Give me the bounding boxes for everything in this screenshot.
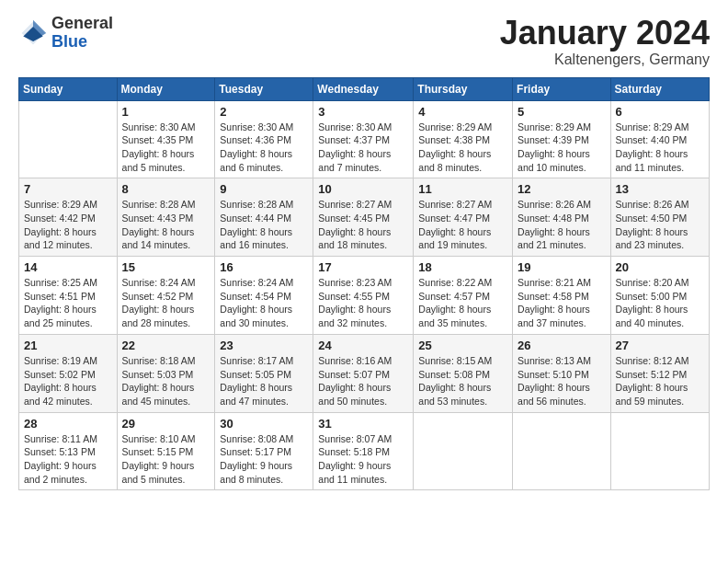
calendar-cell: 4Sunrise: 8:29 AMSunset: 4:38 PMDaylight… bbox=[414, 100, 513, 178]
day-number: 2 bbox=[220, 105, 308, 119]
day-info: Sunrise: 8:26 AMSunset: 4:50 PMDaylight:… bbox=[616, 198, 704, 252]
week-row-3: 14Sunrise: 8:25 AMSunset: 4:51 PMDayligh… bbox=[19, 257, 710, 335]
calendar-cell: 28Sunrise: 8:11 AMSunset: 5:13 PMDayligh… bbox=[19, 412, 118, 490]
day-info: Sunrise: 8:27 AMSunset: 4:45 PMDaylight:… bbox=[318, 198, 408, 252]
calendar-cell: 31Sunrise: 8:07 AMSunset: 5:18 PMDayligh… bbox=[313, 412, 414, 490]
calendar-cell bbox=[513, 412, 611, 490]
day-info: Sunrise: 8:15 AMSunset: 5:08 PMDaylight:… bbox=[418, 354, 507, 408]
day-number: 29 bbox=[122, 417, 210, 431]
calendar-cell bbox=[19, 100, 118, 178]
day-info: Sunrise: 8:22 AMSunset: 4:57 PMDaylight:… bbox=[418, 276, 507, 330]
logo-text: General Blue bbox=[51, 15, 113, 52]
day-info: Sunrise: 8:18 AMSunset: 5:03 PMDaylight:… bbox=[122, 354, 210, 408]
calendar-cell: 23Sunrise: 8:17 AMSunset: 5:05 PMDayligh… bbox=[215, 334, 313, 412]
day-info: Sunrise: 8:08 AMSunset: 5:17 PMDaylight:… bbox=[220, 432, 308, 487]
day-info: Sunrise: 8:30 AMSunset: 4:35 PMDaylight:… bbox=[122, 121, 210, 175]
calendar-cell: 11Sunrise: 8:27 AMSunset: 4:47 PMDayligh… bbox=[414, 178, 513, 257]
calendar-cell bbox=[414, 412, 513, 490]
day-number: 13 bbox=[616, 182, 704, 196]
calendar-table: SundayMondayTuesdayWednesdayThursdayFrid… bbox=[18, 77, 710, 491]
day-number: 10 bbox=[318, 182, 408, 196]
day-number: 19 bbox=[518, 260, 606, 274]
day-info: Sunrise: 8:17 AMSunset: 5:05 PMDaylight:… bbox=[220, 354, 308, 408]
week-row-5: 28Sunrise: 8:11 AMSunset: 5:13 PMDayligh… bbox=[19, 412, 710, 490]
calendar-cell: 27Sunrise: 8:12 AMSunset: 5:12 PMDayligh… bbox=[610, 334, 709, 412]
day-info: Sunrise: 8:24 AMSunset: 4:52 PMDaylight:… bbox=[122, 276, 210, 330]
calendar-cell: 21Sunrise: 8:19 AMSunset: 5:02 PMDayligh… bbox=[19, 334, 118, 412]
day-number: 4 bbox=[418, 105, 507, 119]
calendar-cell: 6Sunrise: 8:29 AMSunset: 4:40 PMDaylight… bbox=[610, 100, 709, 178]
day-number: 1 bbox=[122, 105, 210, 119]
calendar-cell: 7Sunrise: 8:29 AMSunset: 4:42 PMDaylight… bbox=[19, 178, 118, 257]
day-number: 30 bbox=[220, 417, 308, 431]
day-number: 9 bbox=[220, 182, 308, 196]
logo-blue: Blue bbox=[51, 32, 87, 51]
day-number: 15 bbox=[122, 260, 210, 274]
calendar-cell: 24Sunrise: 8:16 AMSunset: 5:07 PMDayligh… bbox=[313, 334, 414, 412]
month-title: January 2024 bbox=[500, 15, 710, 52]
col-header-tuesday: Tuesday bbox=[215, 77, 313, 100]
day-info: Sunrise: 8:23 AMSunset: 4:55 PMDaylight:… bbox=[318, 276, 408, 330]
calendar-cell: 1Sunrise: 8:30 AMSunset: 4:35 PMDaylight… bbox=[117, 100, 215, 178]
calendar-cell: 29Sunrise: 8:10 AMSunset: 5:15 PMDayligh… bbox=[117, 412, 215, 490]
day-info: Sunrise: 8:26 AMSunset: 4:48 PMDaylight:… bbox=[518, 198, 606, 252]
day-number: 8 bbox=[122, 182, 210, 196]
col-header-thursday: Thursday bbox=[414, 77, 513, 100]
day-number: 31 bbox=[318, 417, 408, 431]
day-number: 25 bbox=[418, 339, 507, 352]
day-info: Sunrise: 8:29 AMSunset: 4:40 PMDaylight:… bbox=[616, 121, 704, 175]
day-number: 12 bbox=[518, 182, 606, 196]
calendar-cell: 17Sunrise: 8:23 AMSunset: 4:55 PMDayligh… bbox=[313, 257, 414, 335]
header-row: SundayMondayTuesdayWednesdayThursdayFrid… bbox=[19, 77, 710, 100]
calendar-cell: 5Sunrise: 8:29 AMSunset: 4:39 PMDaylight… bbox=[513, 100, 611, 178]
calendar-cell: 26Sunrise: 8:13 AMSunset: 5:10 PMDayligh… bbox=[513, 334, 611, 412]
day-number: 28 bbox=[24, 417, 112, 431]
day-info: Sunrise: 8:29 AMSunset: 4:39 PMDaylight:… bbox=[518, 121, 606, 175]
day-number: 16 bbox=[220, 260, 308, 274]
col-header-wednesday: Wednesday bbox=[313, 77, 414, 100]
week-row-4: 21Sunrise: 8:19 AMSunset: 5:02 PMDayligh… bbox=[19, 334, 710, 412]
week-row-2: 7Sunrise: 8:29 AMSunset: 4:42 PMDaylight… bbox=[19, 178, 710, 257]
calendar-cell: 10Sunrise: 8:27 AMSunset: 4:45 PMDayligh… bbox=[313, 178, 414, 257]
day-info: Sunrise: 8:30 AMSunset: 4:36 PMDaylight:… bbox=[220, 121, 308, 175]
col-header-saturday: Saturday bbox=[610, 77, 709, 100]
logo-icon bbox=[18, 18, 48, 48]
title-block: January 2024 Kaltenengers, Germany bbox=[500, 15, 710, 68]
day-info: Sunrise: 8:21 AMSunset: 4:58 PMDaylight:… bbox=[518, 276, 606, 330]
day-info: Sunrise: 8:10 AMSunset: 5:15 PMDaylight:… bbox=[122, 432, 210, 487]
calendar-cell: 2Sunrise: 8:30 AMSunset: 4:36 PMDaylight… bbox=[215, 100, 313, 178]
day-number: 26 bbox=[518, 339, 606, 352]
day-number: 20 bbox=[616, 260, 704, 274]
week-row-1: 1Sunrise: 8:30 AMSunset: 4:35 PMDaylight… bbox=[19, 100, 710, 178]
day-info: Sunrise: 8:07 AMSunset: 5:18 PMDaylight:… bbox=[318, 432, 408, 487]
day-number: 21 bbox=[24, 339, 112, 352]
day-number: 11 bbox=[418, 182, 507, 196]
day-number: 6 bbox=[616, 105, 704, 119]
day-info: Sunrise: 8:28 AMSunset: 4:43 PMDaylight:… bbox=[122, 198, 210, 252]
day-number: 17 bbox=[318, 260, 408, 274]
day-number: 18 bbox=[418, 260, 507, 274]
day-info: Sunrise: 8:29 AMSunset: 4:42 PMDaylight:… bbox=[24, 198, 112, 252]
day-info: Sunrise: 8:27 AMSunset: 4:47 PMDaylight:… bbox=[418, 198, 507, 252]
day-info: Sunrise: 8:11 AMSunset: 5:13 PMDaylight:… bbox=[24, 432, 112, 487]
calendar-cell: 20Sunrise: 8:20 AMSunset: 5:00 PMDayligh… bbox=[610, 257, 709, 335]
header: General Blue January 2024 Kaltenengers, … bbox=[18, 15, 710, 68]
calendar-cell: 9Sunrise: 8:28 AMSunset: 4:44 PMDaylight… bbox=[215, 178, 313, 257]
col-header-friday: Friday bbox=[513, 77, 611, 100]
day-number: 3 bbox=[318, 105, 408, 119]
calendar-cell bbox=[610, 412, 709, 490]
day-info: Sunrise: 8:24 AMSunset: 4:54 PMDaylight:… bbox=[220, 276, 308, 330]
calendar-cell: 3Sunrise: 8:30 AMSunset: 4:37 PMDaylight… bbox=[313, 100, 414, 178]
day-info: Sunrise: 8:13 AMSunset: 5:10 PMDaylight:… bbox=[518, 354, 606, 408]
day-info: Sunrise: 8:30 AMSunset: 4:37 PMDaylight:… bbox=[318, 121, 408, 175]
logo: General Blue bbox=[18, 15, 113, 52]
day-info: Sunrise: 8:16 AMSunset: 5:07 PMDaylight:… bbox=[318, 354, 408, 408]
day-number: 7 bbox=[24, 182, 112, 196]
location: Kaltenengers, Germany bbox=[500, 52, 710, 68]
page: General Blue January 2024 Kaltenengers, … bbox=[0, 0, 728, 563]
day-info: Sunrise: 8:12 AMSunset: 5:12 PMDaylight:… bbox=[616, 354, 704, 408]
day-info: Sunrise: 8:28 AMSunset: 4:44 PMDaylight:… bbox=[220, 198, 308, 252]
calendar-cell: 13Sunrise: 8:26 AMSunset: 4:50 PMDayligh… bbox=[610, 178, 709, 257]
day-info: Sunrise: 8:25 AMSunset: 4:51 PMDaylight:… bbox=[24, 276, 112, 330]
calendar-cell: 18Sunrise: 8:22 AMSunset: 4:57 PMDayligh… bbox=[414, 257, 513, 335]
